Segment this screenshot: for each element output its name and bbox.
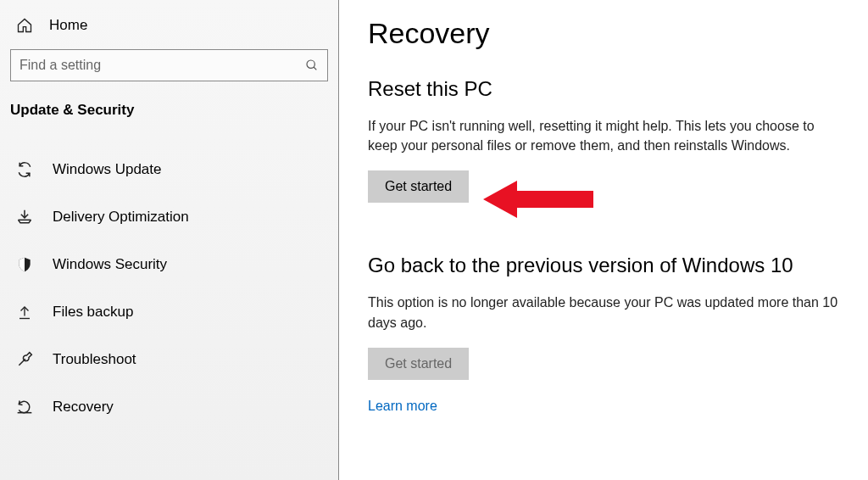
reset-description: If your PC isn't running well, resetting… xyxy=(368,116,843,155)
sidebar-item-recovery[interactable]: Recovery xyxy=(0,383,338,431)
nav-label: Files backup xyxy=(53,304,133,321)
nav-list: Windows Update Delivery Optimization Win… xyxy=(0,134,338,431)
goback-heading: Go back to the previous version of Windo… xyxy=(368,254,860,277)
goback-get-started-button: Get started xyxy=(368,348,469,380)
wrench-icon xyxy=(15,351,34,368)
recovery-icon xyxy=(15,399,34,416)
shield-icon xyxy=(15,256,34,273)
svg-point-0 xyxy=(307,60,314,68)
sidebar-item-windows-update[interactable]: Windows Update xyxy=(0,146,338,193)
svg-line-1 xyxy=(314,67,316,70)
sync-icon xyxy=(15,161,34,178)
reset-heading: Reset this PC xyxy=(368,77,860,101)
nav-label: Windows Update xyxy=(53,161,162,178)
home-label: Home xyxy=(49,17,87,34)
search-container xyxy=(0,49,338,98)
download-network-icon xyxy=(15,209,34,226)
page-title: Recovery xyxy=(368,17,860,50)
goback-description: This option is no longer available becau… xyxy=(368,293,843,332)
home-nav[interactable]: Home xyxy=(0,10,338,49)
svg-line-6 xyxy=(19,359,25,366)
upload-icon xyxy=(15,304,34,321)
learn-more-link[interactable]: Learn more xyxy=(368,399,437,414)
search-icon xyxy=(305,59,319,72)
section-go-back: Go back to the previous version of Windo… xyxy=(368,254,860,413)
sidebar-item-windows-security[interactable]: Windows Security xyxy=(0,241,338,288)
search-input[interactable] xyxy=(19,58,305,73)
sidebar-item-files-backup[interactable]: Files backup xyxy=(0,288,338,336)
nav-label: Windows Security xyxy=(53,256,167,273)
nav-label: Troubleshoot xyxy=(53,351,136,368)
main-content: Recovery Reset this PC If your PC isn't … xyxy=(339,0,868,480)
nav-label: Delivery Optimization xyxy=(53,209,189,226)
sidebar-item-delivery-optimization[interactable]: Delivery Optimization xyxy=(0,193,338,241)
home-icon xyxy=(15,17,34,34)
category-heading: Update & Security xyxy=(0,98,338,134)
sidebar-item-troubleshoot[interactable]: Troubleshoot xyxy=(0,336,338,383)
nav-label: Recovery xyxy=(53,399,114,416)
reset-get-started-button[interactable]: Get started xyxy=(368,170,469,203)
sidebar: Home Update & Security Windows Update De… xyxy=(0,0,339,480)
search-box[interactable] xyxy=(10,49,328,81)
section-reset-pc: Reset this PC If your PC isn't running w… xyxy=(368,77,860,203)
